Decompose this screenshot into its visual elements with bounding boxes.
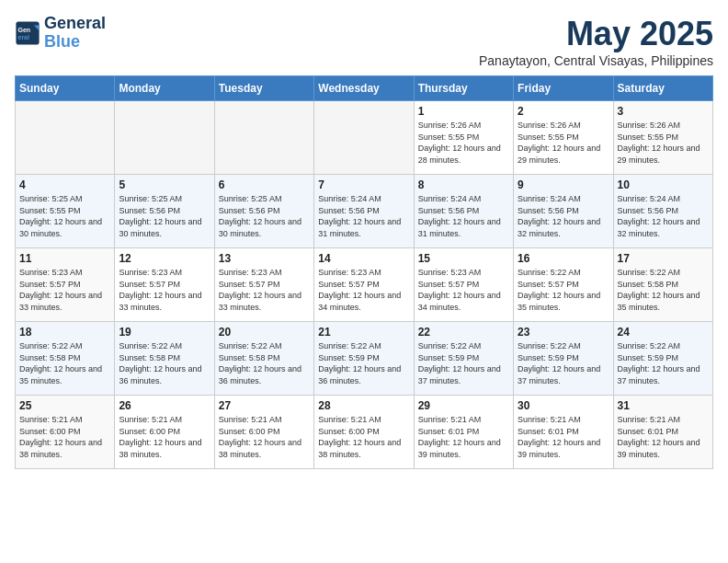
weekday-header-tuesday: Tuesday — [214, 76, 313, 101]
day-info: Sunrise: 5:24 AMSunset: 5:56 PMDaylight:… — [618, 193, 709, 239]
day-number: 3 — [618, 105, 709, 118]
day-number: 28 — [318, 399, 409, 412]
calendar-cell: 26Sunrise: 5:21 AMSunset: 6:00 PMDayligh… — [115, 396, 214, 469]
day-number: 30 — [518, 399, 609, 412]
weekday-header-friday: Friday — [514, 76, 613, 101]
calendar-cell: 8Sunrise: 5:24 AMSunset: 5:56 PMDaylight… — [414, 175, 513, 248]
title-area: May 2025 Panaytayon, Central Visayas, Ph… — [479, 15, 713, 68]
calendar-cell: 19Sunrise: 5:22 AMSunset: 5:58 PMDayligh… — [115, 322, 214, 396]
calendar-table: SundayMondayTuesdayWednesdayThursdayFrid… — [15, 75, 713, 469]
calendar-cell: 30Sunrise: 5:21 AMSunset: 6:01 PMDayligh… — [514, 396, 613, 469]
week-row-5: 25Sunrise: 5:21 AMSunset: 6:00 PMDayligh… — [16, 396, 713, 469]
logo-line1: General — [44, 15, 106, 33]
day-number: 24 — [618, 326, 709, 339]
calendar-cell: 9Sunrise: 5:24 AMSunset: 5:56 PMDaylight… — [514, 175, 613, 248]
calendar-cell: 17Sunrise: 5:22 AMSunset: 5:58 PMDayligh… — [613, 248, 712, 322]
calendar-cell: 14Sunrise: 5:23 AMSunset: 5:57 PMDayligh… — [314, 248, 414, 322]
day-number: 7 — [318, 178, 409, 191]
logo: Gen eral General Blue — [15, 15, 106, 52]
day-info: Sunrise: 5:22 AMSunset: 5:58 PMDaylight:… — [19, 340, 110, 386]
day-info: Sunrise: 5:23 AMSunset: 5:57 PMDaylight:… — [418, 267, 509, 313]
day-info: Sunrise: 5:21 AMSunset: 6:01 PMDaylight:… — [418, 414, 509, 460]
day-number: 22 — [418, 326, 509, 339]
calendar-cell: 21Sunrise: 5:22 AMSunset: 5:59 PMDayligh… — [314, 322, 414, 396]
calendar-cell: 5Sunrise: 5:25 AMSunset: 5:56 PMDaylight… — [115, 175, 214, 248]
day-info: Sunrise: 5:22 AMSunset: 5:59 PMDaylight:… — [318, 340, 409, 386]
calendar-cell: 1Sunrise: 5:26 AMSunset: 5:55 PMDaylight… — [414, 101, 513, 175]
day-info: Sunrise: 5:23 AMSunset: 5:57 PMDaylight:… — [318, 267, 409, 313]
calendar-cell — [214, 101, 313, 175]
day-info: Sunrise: 5:26 AMSunset: 5:55 PMDaylight:… — [518, 120, 609, 166]
day-number: 18 — [19, 326, 110, 339]
week-row-1: 1Sunrise: 5:26 AMSunset: 5:55 PMDaylight… — [16, 101, 713, 175]
day-number: 10 — [618, 178, 709, 191]
calendar-cell: 22Sunrise: 5:22 AMSunset: 5:59 PMDayligh… — [414, 322, 513, 396]
calendar-cell: 12Sunrise: 5:23 AMSunset: 5:57 PMDayligh… — [115, 248, 214, 322]
day-number: 25 — [19, 399, 110, 412]
calendar-cell: 3Sunrise: 5:26 AMSunset: 5:55 PMDaylight… — [613, 101, 712, 175]
day-info: Sunrise: 5:21 AMSunset: 6:00 PMDaylight:… — [318, 414, 409, 460]
svg-rect-0 — [16, 21, 39, 44]
day-info: Sunrise: 5:25 AMSunset: 5:56 PMDaylight:… — [119, 193, 210, 239]
day-number: 12 — [119, 252, 210, 265]
day-info: Sunrise: 5:23 AMSunset: 5:57 PMDaylight:… — [219, 267, 310, 313]
day-number: 20 — [219, 326, 310, 339]
calendar-cell: 18Sunrise: 5:22 AMSunset: 5:58 PMDayligh… — [16, 322, 115, 396]
logo-text: General Blue — [44, 15, 106, 52]
svg-text:Gen: Gen — [18, 26, 31, 32]
day-number: 26 — [119, 399, 210, 412]
day-number: 31 — [618, 399, 709, 412]
day-number: 19 — [119, 326, 210, 339]
day-number: 9 — [518, 178, 609, 191]
day-info: Sunrise: 5:23 AMSunset: 5:57 PMDaylight:… — [119, 267, 210, 313]
day-number: 17 — [618, 252, 709, 265]
day-info: Sunrise: 5:22 AMSunset: 5:59 PMDaylight:… — [618, 340, 709, 386]
day-info: Sunrise: 5:22 AMSunset: 5:58 PMDaylight:… — [119, 340, 210, 386]
calendar-cell: 16Sunrise: 5:22 AMSunset: 5:57 PMDayligh… — [514, 248, 613, 322]
location-subtitle: Panaytayon, Central Visayas, Philippines — [479, 53, 713, 68]
day-number: 5 — [119, 178, 210, 191]
calendar-cell: 11Sunrise: 5:23 AMSunset: 5:57 PMDayligh… — [16, 248, 115, 322]
day-number: 29 — [418, 399, 509, 412]
day-number: 21 — [318, 326, 409, 339]
day-number: 23 — [518, 326, 609, 339]
calendar-cell: 29Sunrise: 5:21 AMSunset: 6:01 PMDayligh… — [414, 396, 513, 469]
weekday-header-sunday: Sunday — [16, 76, 115, 101]
day-number: 16 — [518, 252, 609, 265]
day-number: 1 — [418, 105, 509, 118]
calendar-cell — [314, 101, 414, 175]
day-info: Sunrise: 5:21 AMSunset: 6:00 PMDaylight:… — [19, 414, 110, 460]
logo-line2: Blue — [44, 32, 80, 51]
weekday-header-thursday: Thursday — [414, 76, 513, 101]
week-row-3: 11Sunrise: 5:23 AMSunset: 5:57 PMDayligh… — [16, 248, 713, 322]
day-number: 13 — [219, 252, 310, 265]
weekday-header-monday: Monday — [115, 76, 214, 101]
calendar-cell: 10Sunrise: 5:24 AMSunset: 5:56 PMDayligh… — [613, 175, 712, 248]
week-row-2: 4Sunrise: 5:25 AMSunset: 5:55 PMDaylight… — [16, 175, 713, 248]
day-number: 14 — [318, 252, 409, 265]
calendar-cell — [16, 101, 115, 175]
weekday-header-row: SundayMondayTuesdayWednesdayThursdayFrid… — [16, 76, 713, 101]
day-info: Sunrise: 5:22 AMSunset: 5:58 PMDaylight:… — [219, 340, 310, 386]
logo-icon: Gen eral — [15, 20, 40, 46]
calendar-cell: 13Sunrise: 5:23 AMSunset: 5:57 PMDayligh… — [214, 248, 313, 322]
day-info: Sunrise: 5:25 AMSunset: 5:55 PMDaylight:… — [19, 193, 110, 239]
day-number: 6 — [219, 178, 310, 191]
month-title: May 2025 — [479, 15, 713, 53]
day-info: Sunrise: 5:24 AMSunset: 5:56 PMDaylight:… — [518, 193, 609, 239]
svg-text:eral: eral — [18, 34, 30, 40]
calendar-cell: 6Sunrise: 5:25 AMSunset: 5:56 PMDaylight… — [214, 175, 313, 248]
day-number: 2 — [518, 105, 609, 118]
weekday-header-saturday: Saturday — [613, 76, 712, 101]
calendar-cell: 4Sunrise: 5:25 AMSunset: 5:55 PMDaylight… — [16, 175, 115, 248]
day-number: 8 — [418, 178, 509, 191]
day-info: Sunrise: 5:21 AMSunset: 6:00 PMDaylight:… — [219, 414, 310, 460]
day-info: Sunrise: 5:21 AMSunset: 6:00 PMDaylight:… — [119, 414, 210, 460]
page-header: Gen eral General Blue May 2025 Panaytayo… — [15, 15, 713, 68]
calendar-cell: 28Sunrise: 5:21 AMSunset: 6:00 PMDayligh… — [314, 396, 414, 469]
day-info: Sunrise: 5:22 AMSunset: 5:58 PMDaylight:… — [618, 267, 709, 313]
calendar-cell: 25Sunrise: 5:21 AMSunset: 6:00 PMDayligh… — [16, 396, 115, 469]
calendar-cell: 15Sunrise: 5:23 AMSunset: 5:57 PMDayligh… — [414, 248, 513, 322]
day-number: 11 — [19, 252, 110, 265]
calendar-cell: 27Sunrise: 5:21 AMSunset: 6:00 PMDayligh… — [214, 396, 313, 469]
